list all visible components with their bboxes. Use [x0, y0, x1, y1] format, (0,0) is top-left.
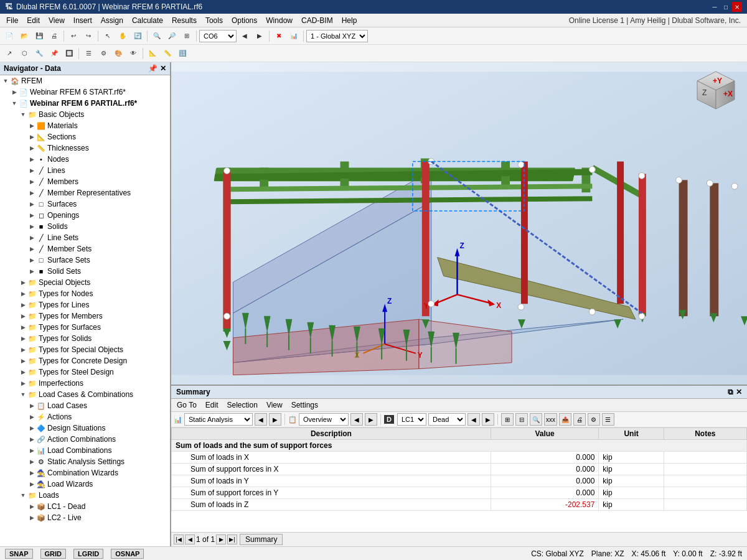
tb2-btn9[interactable]: 👁 [126, 47, 140, 60]
tree-expander-actions[interactable]: ▶ [27, 413, 36, 421]
load-case-combo[interactable]: CO6 [199, 30, 237, 42]
tb2-btn7[interactable]: ⚙ [96, 47, 110, 60]
lc-name-combo[interactable]: Dead [428, 413, 466, 426]
undo-btn[interactable]: ↩ [67, 29, 80, 43]
tree-expander-typeslines[interactable]: ▶ [19, 301, 27, 309]
menu-calculate[interactable]: Calculate [128, 15, 167, 26]
tree-item-typeslines[interactable]: ▶📁Types for Lines [0, 299, 170, 310]
tree-item-typesmembers[interactable]: ▶📁Types for Members [0, 310, 170, 322]
move-btn[interactable]: ✋ [116, 29, 129, 43]
menu-cadbim[interactable]: CAD-BIM [298, 15, 337, 26]
tree-expander-lc2[interactable]: ▶ [27, 513, 36, 522]
tree-item-actioncomb[interactable]: ▶🔗Action Combinations [0, 434, 170, 445]
snap-btn[interactable]: SNAP [5, 549, 33, 559]
tree-item-typesspecial[interactable]: ▶📁Types for Special Objects [0, 344, 170, 355]
page-next-btn[interactable]: ▶ [216, 534, 226, 544]
summary-close-btn[interactable]: ✕ [736, 388, 742, 396]
calculate-btn[interactable]: ✖ [272, 29, 286, 43]
tree-item-loadwizards[interactable]: ▶🧙Load Wizards [0, 478, 170, 490]
tree-expander-linesets[interactable]: ▶ [27, 233, 36, 242]
tree-expander-lc1[interactable]: ▶ [27, 502, 36, 511]
tree-item-imperfections[interactable]: ▶📁Imperfections [0, 378, 170, 389]
navigation-cube[interactable]: +Y +X Z [691, 68, 741, 118]
sum-menu-settings[interactable]: Settings [288, 400, 321, 410]
tree-expander-typesconcrete[interactable]: ▶ [19, 357, 27, 365]
tree-expander-solidsets[interactable]: ▶ [27, 267, 36, 276]
tree-item-nodes[interactable]: ▶•Nodes [0, 154, 170, 165]
menu-help[interactable]: Help [338, 15, 361, 26]
tb2-btn11[interactable]: 📏 [161, 47, 174, 60]
tree-item-typesconcrete[interactable]: ▶📁Types for Concrete Design [0, 355, 170, 366]
tree-expander-file2[interactable]: ▼ [10, 99, 19, 108]
tree-item-special[interactable]: ▶📁Special Objects [0, 277, 170, 288]
tree-item-file2[interactable]: ▼📄Webinar RFEM 6 PARTIAL.rf6* [0, 98, 170, 109]
tree-expander-loadcases2[interactable]: ▶ [27, 401, 36, 410]
tree-expander-nodes[interactable]: ▶ [27, 155, 36, 164]
menu-results[interactable]: Results [168, 15, 200, 26]
tree-item-typessurfaces[interactable]: ▶📁Types for Surfaces [0, 322, 170, 333]
tree-expander-rfem[interactable]: ▼ [1, 77, 10, 85]
menu-window[interactable]: Window [262, 15, 296, 26]
lc-next-btn[interactable]: ▶ [482, 413, 494, 426]
tree-expander-typessurfaces[interactable]: ▶ [19, 323, 27, 332]
tree-expander-surfaces[interactable]: ▶ [27, 200, 36, 208]
tree-expander-solids[interactable]: ▶ [27, 222, 36, 231]
menu-options[interactable]: Options [228, 15, 261, 26]
menu-edit[interactable]: Edit [23, 15, 44, 26]
tb2-btn5[interactable]: 🔲 [62, 47, 76, 60]
tree-expander-members[interactable]: ▶ [27, 177, 36, 186]
fit-btn[interactable]: ⊞ [180, 29, 194, 43]
tree-expander-typesspecial[interactable]: ▶ [19, 345, 27, 354]
tree-item-loadcases2[interactable]: ▶📋Load Cases [0, 400, 170, 411]
tb2-btn12[interactable]: 🔢 [176, 47, 189, 60]
tree-expander-membersets[interactable]: ▶ [27, 245, 36, 253]
menu-view[interactable]: View [45, 15, 68, 26]
tree-expander-loads[interactable]: ▼ [19, 491, 27, 500]
menu-assign[interactable]: Assign [97, 15, 127, 26]
tree-expander-staticanalysis[interactable]: ▶ [27, 457, 36, 466]
sum-zoom-btn[interactable]: 🔍 [530, 413, 542, 426]
grid-btn[interactable]: GRID [40, 549, 67, 559]
tree-expander-loadcomb[interactable]: ▶ [27, 446, 36, 455]
tree-expander-typesmembers[interactable]: ▶ [19, 312, 27, 320]
tree-expander-special[interactable]: ▶ [19, 278, 27, 287]
tb2-btn2[interactable]: ⬡ [17, 47, 31, 60]
lc-prev-btn[interactable]: ◀ [467, 413, 480, 426]
analysis-next-btn[interactable]: ▶ [269, 413, 281, 426]
menu-file[interactable]: File [2, 15, 22, 26]
tree-item-materials[interactable]: ▶🟧Materials [0, 120, 170, 131]
next-lc-btn[interactable]: ▶ [253, 29, 266, 43]
page-last-btn[interactable]: ▶| [227, 534, 237, 544]
overview-next-btn[interactable]: ▶ [365, 413, 377, 426]
minimize-button[interactable]: ─ [710, 2, 720, 12]
sum-menu-goto[interactable]: Go To [174, 400, 200, 410]
prev-lc-btn[interactable]: ◀ [238, 29, 251, 43]
sum-menu-btn[interactable]: ☰ [602, 413, 614, 426]
tree-item-typessolids[interactable]: ▶📁Types for Solids [0, 333, 170, 344]
tb2-btn1[interactable]: ↗ [2, 47, 16, 60]
new-btn[interactable]: 📄 [2, 29, 16, 43]
open-btn[interactable]: 📂 [17, 29, 31, 43]
analysis-prev-btn[interactable]: ◀ [255, 413, 267, 426]
tb2-btn4[interactable]: 📌 [47, 47, 61, 60]
results-btn[interactable]: 📊 [287, 29, 301, 43]
tree-expander-actioncomb[interactable]: ▶ [27, 435, 36, 444]
tree-item-membersets[interactable]: ▶╱Member Sets [0, 243, 170, 254]
nav-pin-btn[interactable]: 📌 [148, 64, 157, 73]
sum-filter-btn[interactable]: ⊞ [501, 413, 514, 426]
tree-expander-typesnodes[interactable]: ▶ [19, 289, 27, 298]
tree-item-file1[interactable]: ▶📄Webinar RFEM 6 START.rf6* [0, 86, 170, 98]
tb2-btn6[interactable]: ☰ [82, 47, 95, 60]
tree-item-basic[interactable]: ▼📁Basic Objects [0, 109, 170, 120]
tb2-btn8[interactable]: 🎨 [111, 47, 125, 60]
menu-insert[interactable]: Insert [70, 15, 96, 26]
tree-item-lines[interactable]: ▶╱Lines [0, 165, 170, 176]
page-first-btn[interactable]: |◀ [174, 534, 184, 544]
tree-expander-surfacesets[interactable]: ▶ [27, 256, 36, 264]
summary-tab-label[interactable]: Summary [240, 534, 283, 545]
tb2-btn3[interactable]: 🔧 [32, 47, 46, 60]
tree-item-actions[interactable]: ▶⚡Actions [0, 411, 170, 422]
tree-item-designsit[interactable]: ▶🔷Design Situations [0, 422, 170, 434]
tree-expander-imperfections[interactable]: ▶ [19, 379, 27, 388]
tree-item-openings[interactable]: ▶◻Openings [0, 210, 170, 221]
